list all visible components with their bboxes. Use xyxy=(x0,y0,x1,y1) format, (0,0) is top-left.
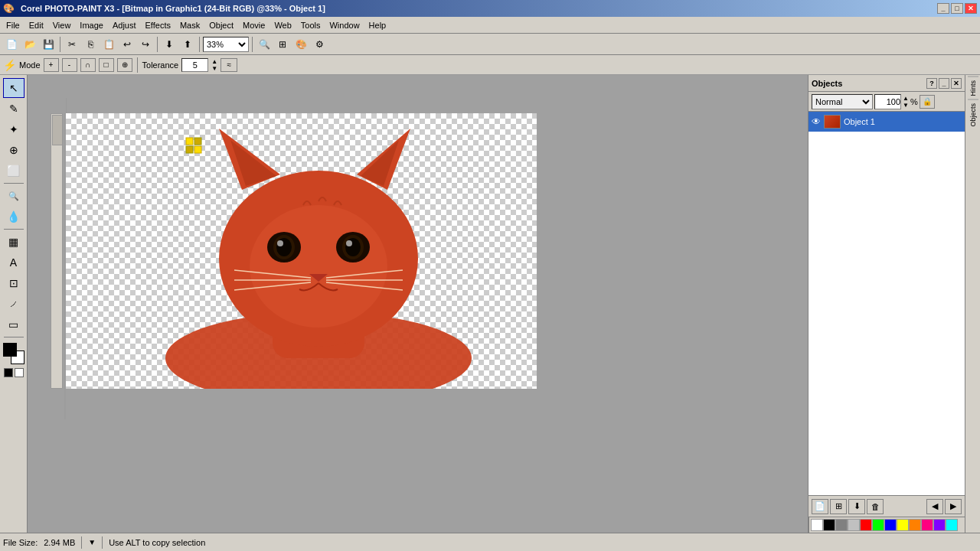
palette-cyan[interactable] xyxy=(946,519,958,531)
tool-erase[interactable]: ⬜ xyxy=(3,161,24,181)
menu-web[interactable]: Web xyxy=(270,19,296,31)
save-button[interactable]: 💾 xyxy=(40,36,57,53)
scrollbar-thumb[interactable] xyxy=(52,115,63,145)
scrollbar-vertical[interactable] xyxy=(51,113,63,389)
tool-crop[interactable]: ⊡ xyxy=(3,273,24,293)
palette-blue[interactable] xyxy=(884,519,897,531)
panel-options-btn[interactable]: ◀ xyxy=(926,499,943,514)
export-button[interactable]: ⬆ xyxy=(179,36,196,53)
fg-color-swatch[interactable] xyxy=(3,343,17,357)
tool-paint[interactable]: ✎ xyxy=(3,99,24,119)
minimize-button[interactable]: _ xyxy=(937,3,949,14)
color-button[interactable]: 🎨 xyxy=(292,36,309,53)
vertical-tabs: Hints Objects xyxy=(965,75,980,533)
tool-shape[interactable]: ▭ xyxy=(3,315,24,334)
delete-layer-btn[interactable]: 🗑 xyxy=(867,499,884,514)
tolerance-label: Tolerance xyxy=(142,60,179,70)
menu-view[interactable]: View xyxy=(48,19,76,31)
vtab-hints[interactable]: Hints xyxy=(968,77,978,99)
tool-sep-3 xyxy=(4,337,24,337)
menu-image[interactable]: Image xyxy=(75,19,108,31)
menu-edit[interactable]: Edit xyxy=(24,19,48,31)
tolerance-down[interactable]: ▼ xyxy=(211,65,217,72)
open-button[interactable]: 📂 xyxy=(21,36,38,53)
menu-movie[interactable]: Movie xyxy=(238,19,270,31)
canvas-area[interactable]: 0 50 100 150 200 250 300 350 400 450 0 5 xyxy=(28,75,808,533)
palette-silver[interactable] xyxy=(848,519,860,531)
mode-btn-1[interactable]: + xyxy=(44,58,59,72)
tool-text[interactable]: A xyxy=(3,253,24,272)
palette-black[interactable] xyxy=(823,519,835,531)
menu-mask[interactable]: Mask xyxy=(175,19,204,31)
zoom-in-button[interactable]: 🔍 xyxy=(256,36,273,53)
grid-button[interactable]: ⊞ xyxy=(274,36,291,53)
menu-effects[interactable]: Effects xyxy=(141,19,175,31)
menu-window[interactable]: Window xyxy=(325,19,364,31)
palette-orange[interactable] xyxy=(909,519,921,531)
close-button[interactable]: ✕ xyxy=(965,3,977,14)
object-row[interactable]: 👁 Object 1 xyxy=(808,112,965,132)
palette-gray[interactable] xyxy=(835,519,848,531)
svg-rect-41 xyxy=(186,138,193,145)
tolerance-input[interactable] xyxy=(181,58,208,72)
opacity-input[interactable] xyxy=(874,94,901,109)
new-layer-btn[interactable]: 📄 xyxy=(812,499,828,514)
mode-btn-4[interactable]: □ xyxy=(99,58,114,72)
opacity-up[interactable]: ▲ xyxy=(903,95,909,102)
menu-adjust[interactable]: Adjust xyxy=(108,19,141,31)
new-button[interactable]: 📄 xyxy=(3,36,20,53)
mode-btn-5[interactable]: ⊕ xyxy=(117,58,132,72)
tool-path[interactable]: ⟋ xyxy=(3,294,24,314)
import-button[interactable]: ⬇ xyxy=(161,36,178,53)
color-palette-strip xyxy=(808,517,965,533)
feather-btn[interactable]: ≈ xyxy=(220,58,237,72)
reset-colors-btn[interactable] xyxy=(4,368,13,377)
lock-btn[interactable]: 🔒 xyxy=(920,95,935,109)
palette-purple[interactable] xyxy=(933,519,946,531)
palette-red[interactable] xyxy=(860,519,872,531)
menu-help[interactable]: Help xyxy=(364,19,391,31)
object-name[interactable]: Object 1 xyxy=(844,117,962,126)
swap-colors-btn[interactable] xyxy=(15,368,24,377)
panel-close-btn[interactable]: ✕ xyxy=(951,78,962,89)
merge-btn[interactable]: ⬇ xyxy=(848,499,865,514)
status-dropdown[interactable]: ▼ xyxy=(88,538,96,546)
vtab-objects[interactable]: Objects xyxy=(968,99,978,130)
mode-btn-2[interactable]: - xyxy=(62,58,77,72)
tool-eyedropper[interactable]: 💧 xyxy=(3,207,24,227)
tool-arrow[interactable]: ↖ xyxy=(3,78,24,98)
undo-button[interactable]: ↩ xyxy=(119,36,136,53)
mode-btn-3[interactable]: ∩ xyxy=(80,58,96,72)
redo-button[interactable]: ↪ xyxy=(137,36,154,53)
menu-tools[interactable]: Tools xyxy=(296,19,325,31)
toolbar-sep-2 xyxy=(157,37,158,52)
group-btn[interactable]: ⊞ xyxy=(830,499,847,514)
palette-lime[interactable] xyxy=(872,519,884,531)
palette-yellow[interactable] xyxy=(897,519,909,531)
tool-clone[interactable]: ⊕ xyxy=(3,140,24,160)
object-visibility-toggle[interactable]: 👁 xyxy=(812,116,821,127)
maximize-button[interactable]: □ xyxy=(951,3,963,14)
paste-button[interactable]: 📋 xyxy=(100,36,117,53)
opacity-down[interactable]: ▼ xyxy=(903,102,909,109)
svg-point-25 xyxy=(250,205,387,328)
tolerance-up[interactable]: ▲ xyxy=(211,58,217,65)
palette-pink[interactable] xyxy=(921,519,933,531)
zoom-select[interactable]: 25% 33% 50% 75% 100% xyxy=(203,37,249,52)
tool-fill[interactable]: ▦ xyxy=(3,232,24,252)
bitmap-canvas[interactable] xyxy=(66,113,537,389)
panel-minimize-btn[interactable]: _ xyxy=(939,78,949,89)
tool-zoom[interactable]: 🔍 xyxy=(3,186,24,206)
cut-button[interactable]: ✂ xyxy=(64,36,80,53)
panel-help-btn[interactable]: ? xyxy=(926,78,937,89)
tool-effect[interactable]: ✦ xyxy=(3,119,24,139)
menu-file[interactable]: File xyxy=(2,19,24,31)
blend-mode-select[interactable]: Normal Multiply Screen Overlay xyxy=(812,94,873,109)
status-message: Use ALT to copy selection xyxy=(109,538,205,547)
panel-options-btn2[interactable]: ▶ xyxy=(945,499,962,514)
menu-object[interactable]: Object xyxy=(204,19,238,31)
options-button[interactable]: ⚙ xyxy=(311,36,328,53)
copy-button[interactable]: ⎘ xyxy=(82,36,99,53)
cursor-indicator xyxy=(185,136,203,156)
palette-white[interactable] xyxy=(811,519,823,531)
